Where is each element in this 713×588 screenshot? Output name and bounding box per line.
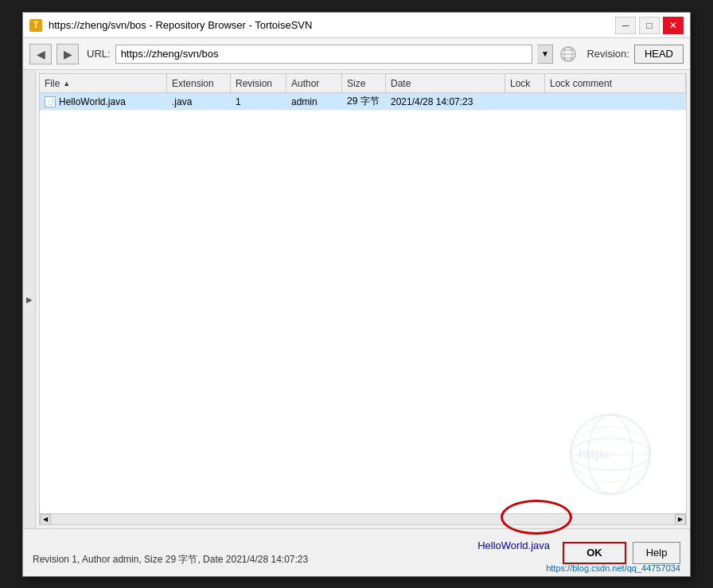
status-filename: HelloWorld.java <box>33 539 550 551</box>
table-row[interactable]: 📄 HelloWorld.java .java 1 admin 29 字节 20… <box>40 93 686 111</box>
col-header-extension[interactable]: Extension <box>167 74 231 92</box>
globe-icon <box>558 44 579 64</box>
scroll-right-button[interactable]: ▶ <box>675 514 686 525</box>
file-cell-revision: 1 <box>231 93 286 110</box>
url-input[interactable] <box>115 45 533 64</box>
col-header-file[interactable]: File ▲ <box>40 74 167 92</box>
file-cell-date: 2021/4/28 14:07:23 <box>386 93 505 110</box>
help-button[interactable]: Help <box>633 542 680 564</box>
col-header-date[interactable]: Date <box>386 74 505 92</box>
status-text-area: HelloWorld.java Revision 1, Author admin… <box>33 539 550 567</box>
window-title: https://zheng/svn/bos - Repository Brows… <box>49 19 615 31</box>
file-cell-lock-comment <box>545 93 686 110</box>
col-header-revision[interactable]: Revision <box>231 74 286 92</box>
title-bar: T https://zheng/svn/bos - Repository Bro… <box>23 13 690 38</box>
sidebar-toggle[interactable]: ▶ <box>23 70 36 528</box>
col-header-author[interactable]: Author <box>286 74 342 92</box>
file-browser: File ▲ Extension Revision Author Size Da… <box>39 73 687 525</box>
col-header-lock-comment[interactable]: Lock comment <box>545 74 686 92</box>
back-button[interactable]: ◀ <box>29 44 52 64</box>
ok-button[interactable]: OK <box>563 542 626 564</box>
file-icon: 📄 <box>45 96 56 107</box>
column-headers: File ▲ Extension Revision Author Size Da… <box>40 74 686 93</box>
scroll-track <box>51 514 675 525</box>
col-header-lock[interactable]: Lock <box>505 74 545 92</box>
status-buttons: OK Help <box>563 542 680 564</box>
forward-button[interactable]: ▶ <box>56 44 79 64</box>
revision-button[interactable]: HEAD <box>634 45 684 64</box>
file-cell-size: 29 字节 <box>342 93 386 110</box>
app-icon: T <box>29 19 42 32</box>
file-cell-lock <box>505 93 545 110</box>
sidebar-arrow-icon: ▶ <box>26 295 33 304</box>
file-cell-extension: .java <box>167 93 231 110</box>
revision-label: Revision: <box>586 48 629 60</box>
window-controls: ─ □ ✕ <box>615 17 684 34</box>
blog-url: https://blog.csdn.net/qq_44757034 <box>546 563 680 573</box>
status-details: Revision 1, Author admin, Size 29 字节, Da… <box>33 553 550 567</box>
close-button[interactable]: ✕ <box>663 17 684 34</box>
content-area: ▶ File ▲ Extension Revision Author <box>23 70 690 528</box>
url-label: URL: <box>87 48 111 60</box>
minimize-button[interactable]: ─ <box>615 17 636 34</box>
col-header-size[interactable]: Size <box>342 74 386 92</box>
maximize-button[interactable]: □ <box>639 17 660 34</box>
file-list: 📄 HelloWorld.java .java 1 admin 29 字节 20… <box>40 93 686 513</box>
file-cell-name: 📄 HelloWorld.java <box>40 93 167 110</box>
horizontal-scrollbar[interactable]: ◀ ▶ <box>40 513 686 524</box>
toolbar: ◀ ▶ URL: ▼ Revision: HEAD <box>23 38 690 70</box>
sort-arrow-icon: ▲ <box>63 80 70 88</box>
status-bar: HelloWorld.java Revision 1, Author admin… <box>23 528 690 576</box>
repository-browser-window: T https://zheng/svn/bos - Repository Bro… <box>22 12 691 577</box>
file-cell-author: admin <box>286 93 342 110</box>
scroll-left-button[interactable]: ◀ <box>40 514 51 525</box>
url-dropdown-button[interactable]: ▼ <box>537 45 553 64</box>
